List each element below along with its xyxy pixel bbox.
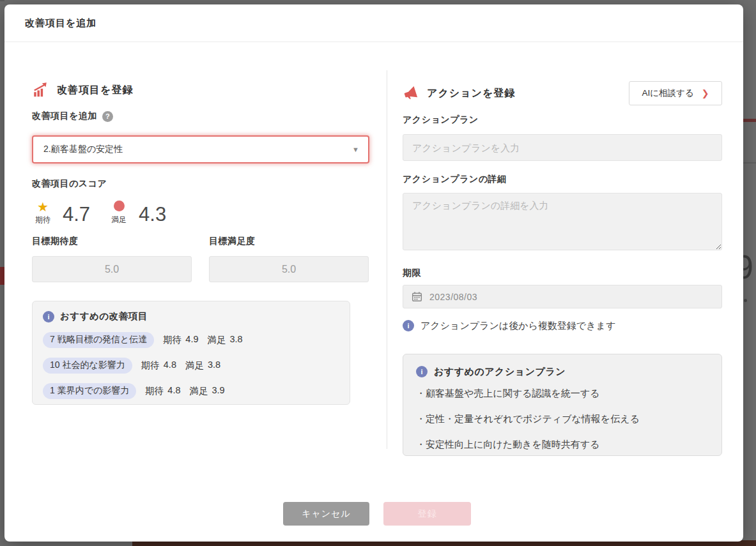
modal-title: 改善項目を追加 [25,17,96,29]
expect-score-glyph: ★ 期待 [32,201,54,225]
target-satisfy-label: 目標満足度 [209,236,369,247]
background-artifact-seam-right [743,162,756,163]
megaphone-icon [403,86,419,102]
recommended-item-chip[interactable]: 10 社会的な影響力 [43,358,132,374]
action-section-title: アクションを登録 [427,87,515,100]
improvement-item-label-row: 改善項目を追加 ? [32,110,369,122]
recommended-item-row: 10 社会的な影響力 期待 4.8 満足 3.8 [43,357,339,374]
recommended-item-expect: 期待 4.8 [141,360,176,372]
submit-button[interactable]: 登録 [383,502,471,526]
deadline-value: 2023/08/03 [429,292,477,302]
satisfy-value: 3.8 [208,360,220,372]
improvement-section-title: 改善項目を登録 [57,84,133,97]
expect-value: 4.8 [164,360,176,372]
action-section-title-group: アクションを登録 [403,84,515,102]
score-section-title: 改善項目のスコア [32,178,369,190]
improvement-section-head: 改善項目を登録 [32,81,369,99]
recommended-action-item: ・安定性向上に向けた動きを随時共有する [416,439,709,451]
target-row: 目標期待度 目標満足度 [32,236,369,282]
action-plan-input[interactable] [403,134,722,161]
recommended-action-item: ・定性・定量それぞれでポジティブな情報を伝える [416,413,709,426]
expect-value: 4.9 [185,334,198,346]
score-row: ★ 期待 4.7 満足 4.3 [32,196,369,225]
deadline-date-field[interactable]: 2023/08/03 [403,285,722,308]
deadline-label: 期限 [403,268,722,279]
recommended-actions-head: i おすすめのアクションプラン [416,365,709,379]
satisfy-value: 3.8 [230,334,243,346]
improvement-item-select-value: 2.顧客基盤の安定性 [43,144,123,155]
recommended-improvements-title: おすすめの改善項目 [60,310,148,322]
target-expect-input[interactable] [32,256,192,282]
improvement-item-select[interactable]: 2.顧客基盤の安定性 ▼ [32,135,369,163]
expect-label: 期待 [35,215,50,225]
recommended-improvements-head: i おすすめの改善項目 [43,310,339,323]
satisfy-label: 満足 [208,334,226,346]
target-expect-field: 目標期待度 [32,236,192,282]
plan-note-row: i アクションプランは後から複数登録できます [403,319,722,332]
recommended-item-row: 7 戦略目標の発信と伝達 期待 4.9 満足 3.8 [43,331,339,349]
improvement-item-label: 改善項目を追加 [32,110,97,122]
target-satisfy-input[interactable] [209,256,369,282]
caret-down-icon: ▼ [352,146,359,153]
info-icon: i [403,320,414,331]
red-dot-icon [114,201,125,211]
action-detail-textarea[interactable] [403,193,722,250]
ai-consult-button[interactable]: AIに相談する ❯ [629,81,722,105]
action-plan-label: アクションプラン [403,114,722,126]
column-divider [387,70,387,449]
recommended-item-row: 1 業界内での影響力 期待 4.8 満足 3.9 [43,383,339,400]
ai-consult-label: AIに相談する [642,87,694,99]
background-artifact-red-right [743,119,756,122]
recommended-actions-title: おすすめのアクションプラン [434,366,566,378]
recommended-item-expect: 期待 4.8 [145,385,180,397]
info-icon: i [416,366,428,377]
satisfy-label: 満足 [185,360,204,372]
recommended-actions-box: i おすすめのアクションプラン ・顧客基盤や売上に関する認識を統一する ・定性・… [403,354,722,456]
background-artifact-dot [744,299,747,302]
cancel-button[interactable]: キャンセル [283,502,369,526]
satisfy-label: 満足 [111,215,127,225]
plan-note-text: アクションプランは後から複数登録できます [420,320,615,332]
calendar-icon [412,291,422,302]
target-satisfy-field: 目標満足度 [209,236,369,282]
recommended-item-chip[interactable]: 1 業界内での影響力 [43,383,136,399]
target-expect-label: 目標期待度 [32,236,192,247]
background-artifact-seam-left [0,0,4,1]
recommended-item-satisfy: 満足 3.9 [190,385,225,397]
satisfy-score-value: 4.3 [139,204,166,225]
recommended-item-chip[interactable]: 7 戦略目標の発信と伝達 [43,332,154,348]
chart-up-icon [32,82,49,98]
background-artifact-red-left [0,267,4,285]
expect-value: 4.8 [167,385,180,397]
expect-label: 期待 [145,385,164,397]
action-section-head: アクションを登録 AIに相談する ❯ [403,81,722,105]
recommended-improvements-box: i おすすめの改善項目 7 戦略目標の発信と伝達 期待 4.9 満足 3.8 1… [32,301,350,405]
expect-score-value: 4.7 [63,204,90,225]
recommended-action-item: ・顧客基盤や売上に関する認識を統一する [416,388,709,400]
recommended-item-expect: 期待 4.9 [163,334,198,346]
modal-header: 改善項目を追加 [4,4,743,42]
action-column: アクションを登録 AIに相談する ❯ アクションプラン アクションプランの詳細 … [403,68,722,456]
add-improvement-modal: 改善項目を追加 改善項目を登録 改善項目を追加 ? 2.顧客基盤の安定性 ▼ [4,4,743,542]
improvement-column: 改善項目を登録 改善項目を追加 ? 2.顧客基盤の安定性 ▼ 改善項目のスコア … [32,68,369,405]
help-icon[interactable]: ? [102,111,113,122]
recommended-item-satisfy: 満足 3.8 [208,334,243,346]
recommended-item-satisfy: 満足 3.8 [185,360,220,372]
action-detail-label: アクションプランの詳細 [403,174,722,185]
satisfy-score-glyph: 満足 [108,201,130,225]
satisfy-value: 3.9 [212,385,225,397]
info-icon: i [43,311,54,322]
star-icon: ★ [37,201,49,213]
chevron-right-icon: ❯ [702,88,709,98]
expect-label: 期待 [141,360,160,372]
satisfy-label: 満足 [190,385,208,397]
expect-label: 期待 [163,334,181,346]
